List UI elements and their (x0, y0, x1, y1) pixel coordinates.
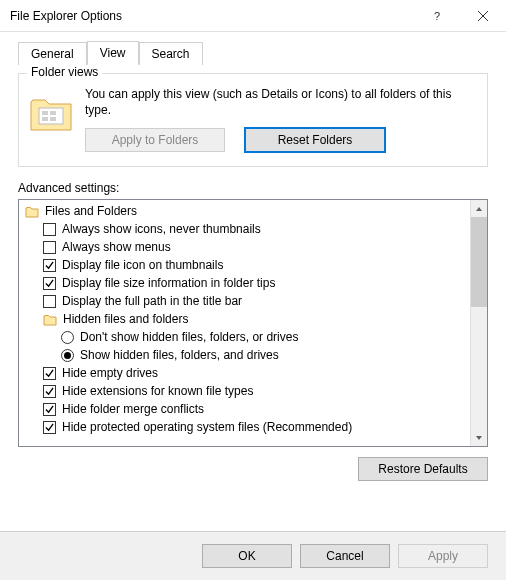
checkbox-icon[interactable] (43, 223, 56, 236)
tree-item-label: Don't show hidden files, folders, or dri… (80, 328, 298, 346)
scroll-up-icon[interactable] (471, 200, 487, 217)
tree-item[interactable]: Hide protected operating system files (R… (23, 418, 466, 436)
checkbox-icon[interactable] (43, 403, 56, 416)
svg-text:?: ? (434, 11, 440, 21)
tree-item-label: Always show icons, never thumbnails (62, 220, 261, 238)
tree-item-label: Hide folder merge conflicts (62, 400, 204, 418)
svg-rect-3 (39, 108, 63, 124)
checkbox-icon[interactable] (43, 367, 56, 380)
folder-views-description: You can apply this view (such as Details… (85, 86, 477, 118)
folder-icon (25, 204, 39, 218)
tree-item-label: Display file icon on thumbnails (62, 256, 223, 274)
tree-item-label: Display file size information in folder … (62, 274, 275, 292)
checkbox-icon[interactable] (43, 241, 56, 254)
tree-item-label: Display the full path in the title bar (62, 292, 242, 310)
folder-views-legend: Folder views (27, 65, 102, 79)
tree-item[interactable]: Display file icon on thumbnails (23, 256, 466, 274)
tree-item-label: Always show menus (62, 238, 171, 256)
tab-general[interactable]: General (18, 42, 87, 65)
checkbox-icon[interactable] (43, 421, 56, 434)
reset-folders-button[interactable]: Reset Folders (245, 128, 385, 152)
scroll-track[interactable] (471, 217, 487, 429)
checkbox-icon[interactable] (43, 295, 56, 308)
tree-item[interactable]: Always show menus (23, 238, 466, 256)
scrollbar[interactable] (470, 200, 487, 446)
tree-item[interactable]: Display file size information in folder … (23, 274, 466, 292)
apply-to-folders-button: Apply to Folders (85, 128, 225, 152)
tab-strip: General View Search (18, 40, 488, 64)
help-button[interactable]: ? (414, 0, 460, 32)
tree-item[interactable]: Hide empty drives (23, 364, 466, 382)
ok-button[interactable]: OK (202, 544, 292, 568)
advanced-settings-tree[interactable]: Files and Folders Always show icons, nev… (18, 199, 488, 447)
svg-rect-5 (50, 111, 56, 115)
svg-marker-8 (476, 207, 482, 211)
client-area: General View Search Folder views You can… (0, 32, 506, 531)
tree-item-label: Hide extensions for known file types (62, 382, 253, 400)
tab-view[interactable]: View (87, 41, 139, 65)
checkbox-icon[interactable] (43, 277, 56, 290)
folder-views-icon (29, 90, 73, 134)
svg-rect-6 (42, 117, 48, 121)
tree-item-label: Hide empty drives (62, 364, 158, 382)
dialog-footer: OK Cancel Apply (0, 531, 506, 580)
restore-defaults-button[interactable]: Restore Defaults (358, 457, 488, 481)
cancel-button[interactable]: Cancel (300, 544, 390, 568)
tree-item[interactable]: Always show icons, never thumbnails (23, 220, 466, 238)
scroll-thumb[interactable] (471, 217, 487, 307)
titlebar: File Explorer Options ? (0, 0, 506, 32)
tree-item[interactable]: Display the full path in the title bar (23, 292, 466, 310)
tree-group-label: Files and Folders (45, 202, 137, 220)
tree-content: Files and Folders Always show icons, nev… (19, 200, 470, 446)
tree-item-label: Show hidden files, folders, and drives (80, 346, 279, 364)
close-button[interactable] (460, 0, 506, 32)
scroll-down-icon[interactable] (471, 429, 487, 446)
tree-item-label: Hide protected operating system files (R… (62, 418, 352, 436)
radio-icon[interactable] (61, 349, 74, 362)
folder-icon (43, 312, 57, 326)
apply-button: Apply (398, 544, 488, 568)
svg-rect-4 (42, 111, 48, 115)
folder-views-group: Folder views You can apply this view (su… (18, 73, 488, 167)
checkbox-icon[interactable] (43, 385, 56, 398)
advanced-settings-label: Advanced settings: (18, 181, 488, 195)
tree-item[interactable]: Hide extensions for known file types (23, 382, 466, 400)
window-title: File Explorer Options (10, 9, 414, 23)
svg-marker-9 (476, 436, 482, 440)
tree-group-hidden-files: Hidden files and folders (23, 310, 466, 328)
tree-item[interactable]: Don't show hidden files, folders, or dri… (23, 328, 466, 346)
tree-group-label: Hidden files and folders (63, 310, 188, 328)
radio-icon[interactable] (61, 331, 74, 344)
view-tab-body: Folder views You can apply this view (su… (18, 63, 488, 481)
tree-item[interactable]: Hide folder merge conflicts (23, 400, 466, 418)
svg-rect-7 (50, 117, 56, 121)
checkbox-icon[interactable] (43, 259, 56, 272)
tab-search[interactable]: Search (139, 42, 203, 65)
tree-item[interactable]: Show hidden files, folders, and drives (23, 346, 466, 364)
tree-group-files-and-folders: Files and Folders (23, 202, 466, 220)
file-explorer-options-window: File Explorer Options ? General View Sea… (0, 0, 506, 580)
